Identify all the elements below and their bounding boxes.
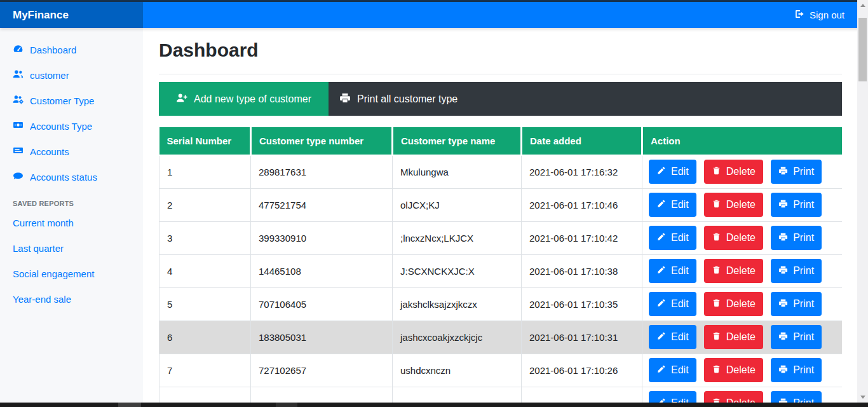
cell-number: 289817631 [251,155,393,188]
cell-name: jashcxcoakjxzckjcjc [393,321,522,354]
top-navbar: MyFinance Sign out [0,2,868,28]
sidebar-report-current-month[interactable]: Current month [0,210,143,235]
cell-name: jakshclksajzxjkczx [393,287,522,321]
edit-button[interactable]: Edit [649,292,696,316]
sign-out-label: Sign out [810,10,844,20]
cell-action: Edit Delete Print [642,354,843,387]
add-customer-type-label: Add new type of customer [194,93,311,105]
delete-label: Delete [726,199,756,210]
cell-serial: 7 [159,354,251,387]
saved-reports-heading: SAVED REPORTS [0,190,143,210]
cell-serial: 4 [159,254,251,287]
sidebar-report-social-engagement[interactable]: Social engagement [0,261,143,286]
table-toolbar: Add new type of customer Print all custo… [159,82,842,116]
sidebar-item-customer-type[interactable]: Customer Type [0,88,143,113]
delete-button[interactable]: Delete [704,325,763,349]
pencil-icon [656,265,666,277]
print-label: Print [793,199,814,210]
sidebar-item-dashboard[interactable]: Dashboard [0,37,143,62]
app-brand[interactable]: MyFinance [0,2,143,28]
printer-icon [778,331,788,343]
report-label: Year-end sale [13,294,71,305]
sidebar: Dashboard customer Customer Type Account… [0,28,143,407]
delete-button[interactable]: Delete [704,358,763,382]
cell-action: Edit Delete Print [642,221,843,254]
edit-button[interactable]: Edit [649,193,696,217]
edit-button[interactable]: Edit [649,259,696,283]
sidebar-item-label: Customer Type [30,95,94,106]
cell-date: 2021-06-01 17:10:38 [522,254,642,287]
sidebar-item-customer[interactable]: customer [0,62,143,88]
scrollbar-thumb[interactable] [858,18,867,81]
sidebar-item-accounts-status[interactable]: Accounts status [0,164,143,190]
edit-button[interactable]: Edit [649,226,696,250]
table-row: 7 727102657 ushdcxnczn 2021-06-01 17:10:… [159,354,843,387]
cell-serial [159,387,251,403]
edit-label: Edit [671,298,689,310]
sidebar-item-accounts-type[interactable]: Accounts Type [0,113,143,139]
page-title: Dashboard [159,39,853,61]
edit-button[interactable]: Edit [649,325,696,349]
edit-label: Edit [671,364,689,376]
delete-label: Delete [726,364,756,376]
edit-button[interactable]: Edit [649,358,696,382]
print-button[interactable]: Print [771,259,822,283]
cell-number [251,387,393,403]
table-row: 6 183805031 jashcxcoakjxzckjcjc 2021-06-… [159,321,843,354]
cell-action: Edit Delete Print [642,287,843,321]
print-button[interactable]: Print [771,325,822,349]
users-icon [13,69,24,81]
report-label: Social engagement [13,268,94,279]
col-customer-type-name: Customer type name [393,127,522,155]
comment-icon [13,170,24,183]
trash-icon [712,298,721,310]
taskbar-edge [0,403,868,407]
sidebar-item-accounts[interactable]: Accounts [0,139,143,164]
scrollbar-up-arrow[interactable] [857,0,868,11]
delete-label: Delete [726,298,756,310]
printer-icon [778,298,788,310]
print-button[interactable]: Print [771,193,822,217]
print-label: Print [793,364,814,376]
pencil-icon [656,232,666,244]
vertical-scrollbar[interactable] [857,0,868,403]
print-button[interactable]: Print [771,358,822,382]
cell-name: J:SCXNCKXJC:X [393,254,522,287]
print-button[interactable]: Print [771,391,822,403]
print-button[interactable]: Print [771,226,822,250]
add-customer-type-button[interactable]: Add new type of customer [159,82,329,116]
edit-button[interactable]: Edit [649,391,696,403]
delete-button[interactable]: Delete [704,226,763,250]
table-row: 3 399330910 ;lncxzNcx;LKJCX 2021-06-01 1… [159,221,843,254]
print-all-button[interactable]: Print all customer type [329,82,458,116]
scrollbar-down-arrow[interactable] [857,392,868,403]
delete-button[interactable]: Delete [704,160,763,184]
print-button[interactable]: Print [771,160,822,184]
cell-action: Edit Delete Print [642,387,843,403]
cell-number: 477521754 [251,188,393,221]
edit-label: Edit [671,265,689,277]
tachometer-icon [13,43,24,56]
col-action: Action [642,127,843,155]
delete-label: Delete [726,232,756,244]
navbar-right: Sign out [143,2,868,28]
app-brand-label: MyFinance [13,9,69,22]
print-button[interactable]: Print [771,292,822,316]
cell-action: Edit Delete Print [642,254,843,287]
sign-out-button[interactable]: Sign out [794,9,844,21]
sidebar-report-year-end-sale[interactable]: Year-end sale [0,286,143,312]
report-label: Current month [13,217,74,228]
table-row: 2 477521754 olJCX;KJ 2021-06-01 17:10:46… [159,188,843,221]
edit-button[interactable]: Edit [649,160,696,184]
sidebar-item-label: Accounts Type [30,121,92,132]
delete-button[interactable]: Delete [704,259,763,283]
delete-button[interactable]: Delete [704,193,763,217]
delete-button[interactable]: Delete [704,292,763,316]
pencil-icon [656,166,666,178]
col-customer-type-number: Customer type number [251,127,393,155]
delete-button[interactable]: Delete [704,391,763,403]
sidebar-report-last-quarter[interactable]: Last quarter [0,235,143,261]
print-label: Print [793,298,814,310]
cell-date: 2021-06-01 17:10:46 [522,188,642,221]
col-serial-number: Serial Number [159,127,251,155]
